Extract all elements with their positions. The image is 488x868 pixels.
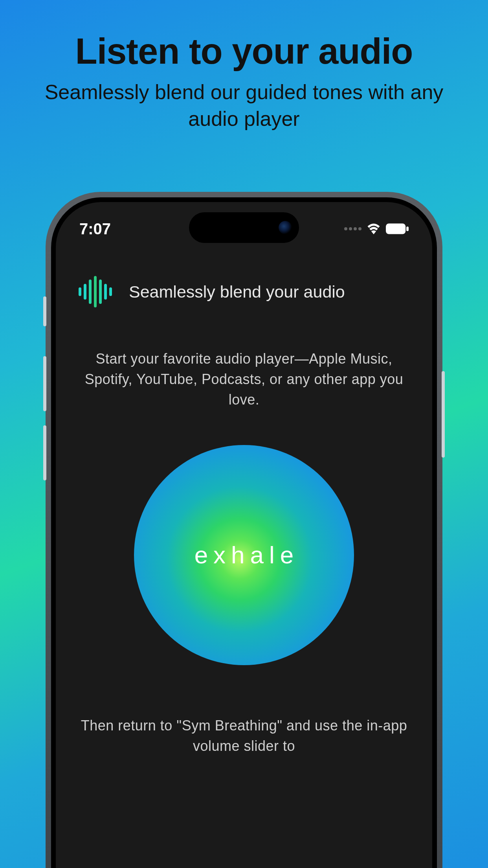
cellular-icon [344,227,361,230]
phone-frame: 7:07 [46,192,442,868]
app-title: Seamlessly blend your audio [129,282,345,302]
wifi-icon [366,223,381,234]
phone-volume-up [43,356,46,411]
app-header: Seamlessly blend your audio [75,276,413,307]
breathing-label: exhale [189,541,299,569]
phone-screen: 7:07 [56,202,432,868]
promo-subtitle: Seamlessly blend our guided tones with a… [0,79,488,132]
waveform-icon [75,276,115,307]
phone-power-button [442,371,445,458]
svg-rect-0 [386,223,405,234]
phone-inner-frame: 7:07 [51,197,437,868]
breathing-circle[interactable]: exhale [134,445,354,665]
svg-rect-1 [406,226,409,231]
breathing-circle-container: exhale [75,445,413,665]
phone-silent-switch [43,296,46,326]
status-right [344,223,409,234]
status-time: 7:07 [79,220,111,238]
phone-volume-down [43,425,46,480]
promo-title: Listen to your audio [0,31,488,72]
battery-icon [386,223,409,234]
bottom-instruction-text: Then return to "Sym Breathing" and use t… [75,715,413,756]
status-bar: 7:07 [56,217,432,241]
app-content: Seamlessly blend your audio Start your f… [56,265,432,868]
instruction-text: Start your favorite audio player—Apple M… [75,349,413,410]
